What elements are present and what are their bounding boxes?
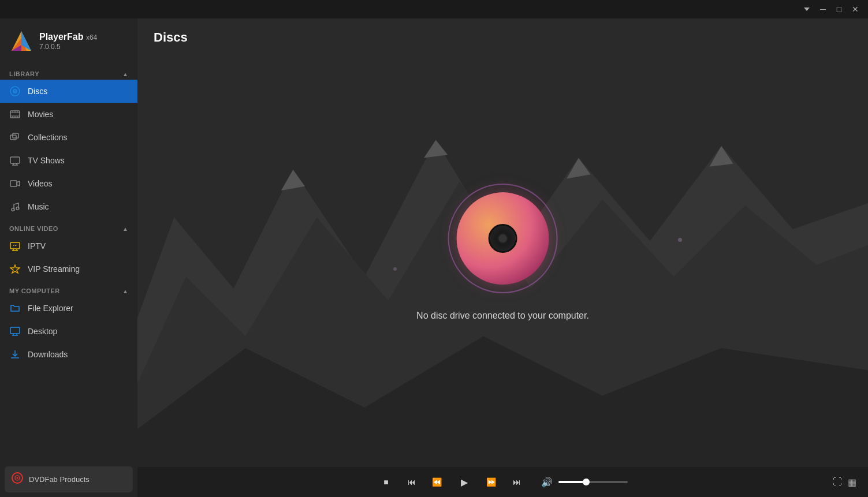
app-version: 7.0.0.5 [39, 43, 97, 51]
dvdfab-icon [12, 472, 23, 487]
library-section-label: Library [9, 70, 39, 77]
volume-icon[interactable]: 🔊 [539, 474, 555, 490]
svg-point-26 [16, 207, 19, 210]
app-logo [9, 29, 33, 53]
sidebar-item-collections[interactable]: Collections [0, 126, 137, 149]
restore-button[interactable]: □ [831, 1, 847, 17]
volume-fill [558, 481, 586, 483]
desktop-label: Desktop [28, 327, 57, 336]
dvdfab-bar: DVDFab Products [0, 462, 137, 497]
computer-chevron-icon: ▲ [122, 288, 128, 294]
svg-marker-0 [804, 8, 810, 11]
discs-label: Discs [28, 87, 47, 96]
sidebar-item-videos[interactable]: Videos [0, 172, 137, 195]
svg-marker-24 [17, 181, 20, 186]
online-video-section-header[interactable]: ONLINE VIDEO ▲ [0, 221, 137, 234]
sidebar-item-iptv[interactable]: IPTV [0, 234, 137, 257]
online-chevron-icon: ▲ [122, 226, 128, 232]
stop-button[interactable]: ■ [378, 474, 394, 490]
svg-rect-18 [13, 133, 18, 138]
dvdfab-products-button[interactable]: DVDFab Products [5, 466, 133, 492]
volume-area: 🔊 [539, 474, 628, 490]
music-icon [9, 201, 21, 212]
volume-bar[interactable] [558, 481, 628, 483]
playback-bar: ■ ⏮ ⏪ ▶ ⏩ ⏭ 🔊 ⛶ ▦ [137, 467, 868, 497]
fastforward-button[interactable]: ⏩ [483, 474, 500, 490]
sidebar-item-movies[interactable]: Movies [0, 103, 137, 126]
file-explorer-label: File Explorer [28, 304, 73, 313]
iptv-label: IPTV [28, 241, 46, 251]
dvdfab-label: DVDFab Products [29, 475, 90, 484]
titlebar-dropdown[interactable] [799, 1, 815, 17]
disc-center-dot [497, 233, 508, 244]
next-button[interactable]: ⏭ [509, 474, 525, 490]
content-area: No disc drive connected to your computer… [137, 51, 868, 467]
main-content: Discs [137, 18, 868, 497]
vip-icon [9, 263, 21, 275]
sidebar-item-file-explorer[interactable]: File Explorer [0, 297, 137, 320]
close-button[interactable]: ✕ [847, 1, 863, 17]
movies-label: Movies [28, 110, 53, 119]
page-title: Discs [154, 30, 188, 44]
my-computer-label: My Computer [9, 287, 60, 294]
file-explorer-icon [9, 302, 21, 314]
svg-rect-19 [10, 157, 20, 163]
svg-rect-31 [10, 327, 20, 334]
logo-text: PlayerFab x64 7.0.0.5 [39, 31, 97, 50]
disc-display: No disc drive connected to your computer… [416, 184, 589, 321]
music-label: Music [28, 202, 49, 211]
sidebar-item-downloads[interactable]: Downloads [0, 343, 137, 366]
videos-icon [9, 178, 21, 189]
collections-label: Collections [28, 133, 67, 142]
fullscreen-button[interactable]: ⛶ [833, 477, 842, 488]
library-section-header[interactable]: Library ▲ [0, 66, 137, 80]
sidebar: PlayerFab x64 7.0.0.5 Library ▲ Discs Mo… [0, 18, 137, 497]
vip-streaming-label: VIP Streaming [28, 264, 80, 274]
no-drive-message: No disc drive connected to your computer… [416, 311, 589, 321]
disc-icon-visual [448, 184, 557, 293]
previous-button[interactable]: ⏮ [404, 474, 420, 490]
downloads-label: Downloads [28, 350, 68, 359]
sidebar-item-discs[interactable]: Discs [0, 80, 137, 103]
iptv-icon [9, 240, 21, 252]
library-chevron-icon: ▲ [122, 71, 128, 77]
desktop-icon [9, 326, 21, 337]
logo-area: PlayerFab x64 7.0.0.5 [0, 18, 137, 63]
sidebar-item-vip-streaming[interactable]: VIP Streaming [0, 257, 137, 281]
svg-point-25 [12, 208, 14, 211]
sidebar-item-music[interactable]: Music [0, 195, 137, 218]
svg-point-7 [14, 91, 16, 92]
downloads-icon [9, 349, 21, 360]
minimize-button[interactable]: ─ [815, 1, 831, 17]
sidebar-item-desktop[interactable]: Desktop [0, 320, 137, 343]
collections-icon [9, 132, 21, 143]
tv-shows-label: TV Shows [28, 156, 65, 165]
movies-icon [9, 109, 21, 120]
app-name: PlayerFab x64 [39, 31, 97, 42]
page-title-bar: Discs [137, 18, 868, 51]
grid-button[interactable]: ▦ [848, 477, 856, 488]
tv-icon [9, 155, 21, 166]
playback-right-controls: ⛶ ▦ [833, 477, 856, 488]
rewind-button[interactable]: ⏪ [429, 474, 445, 490]
svg-rect-23 [10, 181, 17, 186]
app-body: PlayerFab x64 7.0.0.5 Library ▲ Discs Mo… [0, 18, 868, 497]
online-video-label: ONLINE VIDEO [9, 225, 58, 232]
titlebar: ─ □ ✕ [0, 0, 868, 18]
svg-marker-42 [137, 336, 868, 467]
play-button[interactable]: ▶ [455, 472, 474, 492]
dot-2 [393, 267, 397, 271]
my-computer-section-header[interactable]: My Computer ▲ [0, 283, 137, 297]
volume-thumb[interactable] [583, 479, 590, 485]
videos-label: Videos [28, 179, 53, 188]
sidebar-item-tv-shows[interactable]: TV Shows [0, 149, 137, 172]
svg-rect-17 [10, 135, 16, 140]
svg-point-38 [17, 477, 18, 479]
disc-icon [9, 85, 21, 97]
